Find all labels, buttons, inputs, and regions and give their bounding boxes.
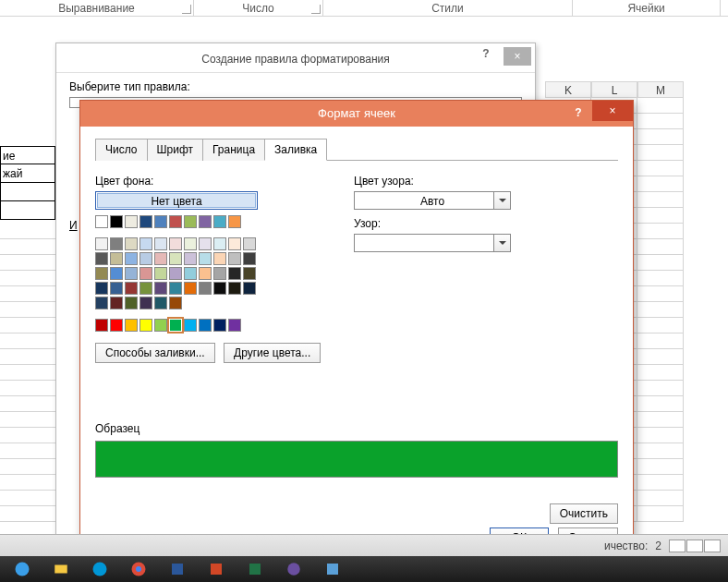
color-swatch[interactable] bbox=[95, 282, 108, 295]
tab-number[interactable]: Число bbox=[95, 139, 148, 161]
color-swatch[interactable] bbox=[95, 319, 108, 332]
close-button[interactable]: × bbox=[504, 47, 531, 66]
chrome-icon[interactable] bbox=[120, 558, 157, 580]
color-swatch[interactable] bbox=[154, 252, 167, 265]
color-swatch[interactable] bbox=[140, 215, 152, 228]
color-swatch[interactable] bbox=[125, 319, 138, 332]
color-swatch[interactable] bbox=[228, 252, 241, 265]
cell[interactable]: ие bbox=[0, 146, 55, 164]
dialog-launcher-icon[interactable] bbox=[182, 5, 191, 14]
color-swatch[interactable] bbox=[199, 267, 212, 280]
col-header[interactable]: L bbox=[591, 81, 637, 98]
col-header[interactable]: M bbox=[637, 81, 684, 98]
hp-icon[interactable] bbox=[81, 558, 118, 580]
color-swatch[interactable] bbox=[169, 252, 182, 265]
close-button[interactable]: × bbox=[592, 101, 633, 121]
pattern-combo[interactable] bbox=[354, 234, 511, 252]
color-swatch[interactable] bbox=[154, 267, 167, 280]
color-swatch[interactable] bbox=[213, 267, 226, 280]
color-swatch[interactable] bbox=[228, 319, 241, 332]
color-swatch[interactable] bbox=[199, 282, 212, 295]
color-swatch[interactable] bbox=[169, 297, 182, 309]
color-swatch[interactable] bbox=[125, 297, 138, 309]
explorer-icon[interactable] bbox=[42, 558, 79, 580]
color-swatch[interactable] bbox=[110, 319, 123, 332]
col-header[interactable]: K bbox=[545, 81, 591, 98]
color-swatch[interactable] bbox=[110, 215, 123, 228]
color-swatch[interactable] bbox=[169, 267, 182, 280]
color-swatch[interactable] bbox=[169, 319, 182, 332]
color-swatch[interactable] bbox=[154, 319, 167, 332]
fill-effects-button[interactable]: Способы заливки... bbox=[95, 343, 215, 363]
cell[interactable]: жай bbox=[0, 164, 55, 183]
cell[interactable] bbox=[0, 201, 55, 220]
no-color-button[interactable]: Нет цвета bbox=[95, 191, 258, 210]
powerpoint-icon[interactable] bbox=[198, 558, 235, 580]
cell[interactable] bbox=[0, 183, 55, 201]
color-swatch[interactable] bbox=[184, 252, 197, 265]
color-swatch[interactable] bbox=[95, 252, 108, 265]
start-button[interactable] bbox=[4, 558, 41, 580]
color-swatch[interactable] bbox=[169, 282, 182, 295]
color-swatch[interactable] bbox=[125, 267, 138, 280]
color-swatch[interactable] bbox=[169, 215, 182, 228]
color-swatch[interactable] bbox=[213, 319, 226, 332]
color-swatch[interactable] bbox=[110, 252, 123, 265]
color-swatch[interactable] bbox=[95, 215, 108, 228]
excel-icon[interactable] bbox=[237, 558, 273, 580]
color-swatch[interactable] bbox=[140, 252, 152, 265]
color-swatch[interactable] bbox=[169, 237, 182, 250]
color-swatch[interactable] bbox=[110, 267, 123, 280]
color-swatch[interactable] bbox=[110, 297, 123, 309]
word-icon[interactable] bbox=[159, 558, 196, 580]
color-swatch[interactable] bbox=[125, 252, 138, 265]
color-swatch[interactable] bbox=[213, 215, 226, 228]
clear-button[interactable]: Очистить bbox=[550, 503, 618, 524]
page-layout-view-icon[interactable] bbox=[686, 540, 703, 552]
color-swatch[interactable] bbox=[184, 215, 197, 228]
help-button[interactable]: ? bbox=[472, 43, 500, 64]
color-swatch[interactable] bbox=[95, 267, 108, 280]
color-swatch[interactable] bbox=[199, 237, 212, 250]
color-swatch[interactable] bbox=[140, 319, 152, 332]
dialog-launcher-icon[interactable] bbox=[311, 5, 321, 14]
color-swatch[interactable] bbox=[213, 282, 226, 295]
color-swatch[interactable] bbox=[154, 282, 167, 295]
normal-view-icon[interactable] bbox=[669, 540, 686, 552]
color-swatch[interactable] bbox=[154, 215, 167, 228]
color-swatch[interactable] bbox=[110, 282, 123, 295]
color-swatch[interactable] bbox=[228, 282, 241, 295]
color-swatch[interactable] bbox=[243, 267, 256, 280]
color-swatch[interactable] bbox=[184, 237, 197, 250]
color-swatch[interactable] bbox=[199, 252, 212, 265]
pattern-color-combo[interactable]: Авто bbox=[354, 191, 511, 210]
left-grid[interactable] bbox=[0, 224, 55, 538]
more-colors-button[interactable]: Другие цвета... bbox=[224, 343, 321, 363]
tab-fill[interactable]: Заливка bbox=[264, 139, 327, 161]
color-swatch[interactable] bbox=[125, 215, 138, 228]
color-swatch[interactable] bbox=[213, 252, 226, 265]
color-swatch[interactable] bbox=[110, 237, 123, 250]
page-break-view-icon[interactable] bbox=[704, 540, 721, 552]
color-swatch[interactable] bbox=[140, 237, 152, 250]
app-icon[interactable] bbox=[275, 558, 312, 580]
color-swatch[interactable] bbox=[140, 297, 152, 309]
tab-border[interactable]: Граница bbox=[202, 139, 265, 161]
color-swatch[interactable] bbox=[184, 267, 197, 280]
color-swatch[interactable] bbox=[184, 282, 197, 295]
color-swatch[interactable] bbox=[228, 237, 241, 250]
app-icon[interactable] bbox=[314, 558, 351, 580]
color-swatch[interactable] bbox=[95, 237, 108, 250]
color-swatch[interactable] bbox=[213, 237, 226, 250]
color-swatch[interactable] bbox=[184, 319, 197, 332]
color-swatch[interactable] bbox=[243, 237, 256, 250]
color-swatch[interactable] bbox=[95, 297, 108, 309]
color-swatch[interactable] bbox=[199, 319, 212, 332]
color-swatch[interactable] bbox=[243, 252, 256, 265]
color-swatch[interactable] bbox=[228, 215, 241, 228]
color-swatch[interactable] bbox=[154, 297, 167, 309]
color-swatch[interactable] bbox=[243, 282, 256, 295]
tab-font[interactable]: Шрифт bbox=[147, 139, 203, 161]
help-button[interactable]: ? bbox=[564, 101, 592, 121]
color-swatch[interactable] bbox=[140, 282, 152, 295]
